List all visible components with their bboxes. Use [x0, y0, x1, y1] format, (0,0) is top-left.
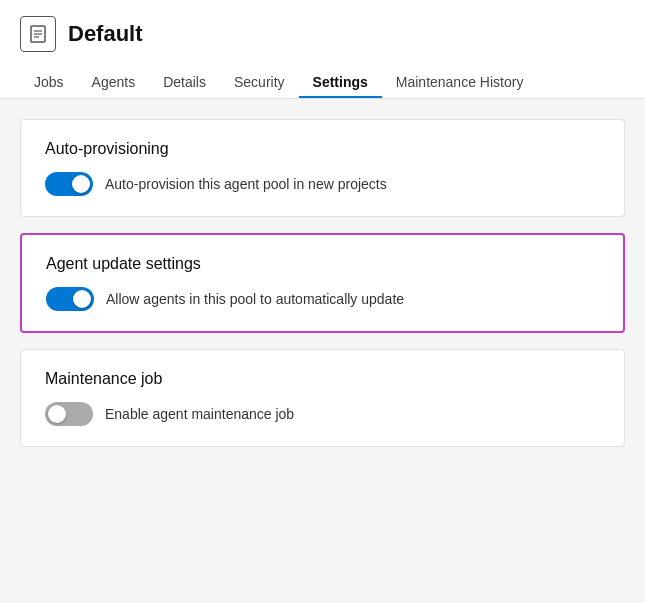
maintenance-job-row: Enable agent maintenance job — [45, 402, 600, 426]
tab-details[interactable]: Details — [149, 66, 220, 98]
page-header: Default Jobs Agents Details Security Set… — [0, 0, 645, 99]
maintenance-job-card: Maintenance job Enable agent maintenance… — [20, 349, 625, 447]
maintenance-job-title: Maintenance job — [45, 370, 600, 388]
page-title: Default — [68, 21, 143, 47]
agent-update-title: Agent update settings — [46, 255, 599, 273]
auto-provisioning-toggle[interactable] — [45, 172, 93, 196]
auto-provisioning-label: Auto-provision this agent pool in new pr… — [105, 176, 387, 192]
tab-settings[interactable]: Settings — [299, 66, 382, 98]
agent-update-row: Allow agents in this pool to automatical… — [46, 287, 599, 311]
agent-pool-icon — [20, 16, 56, 52]
tab-jobs[interactable]: Jobs — [20, 66, 78, 98]
maintenance-job-label: Enable agent maintenance job — [105, 406, 294, 422]
auto-provisioning-row: Auto-provision this agent pool in new pr… — [45, 172, 600, 196]
agent-update-label: Allow agents in this pool to automatical… — [106, 291, 404, 307]
nav-tabs: Jobs Agents Details Security Settings Ma… — [20, 66, 625, 98]
tab-security[interactable]: Security — [220, 66, 299, 98]
main-content: Auto-provisioning Auto-provision this ag… — [0, 99, 645, 467]
tab-maintenance-history[interactable]: Maintenance History — [382, 66, 538, 98]
auto-provisioning-card: Auto-provisioning Auto-provision this ag… — [20, 119, 625, 217]
agent-update-toggle[interactable] — [46, 287, 94, 311]
agent-update-card: Agent update settings Allow agents in th… — [20, 233, 625, 333]
maintenance-job-toggle[interactable] — [45, 402, 93, 426]
tab-agents[interactable]: Agents — [78, 66, 150, 98]
auto-provisioning-title: Auto-provisioning — [45, 140, 600, 158]
